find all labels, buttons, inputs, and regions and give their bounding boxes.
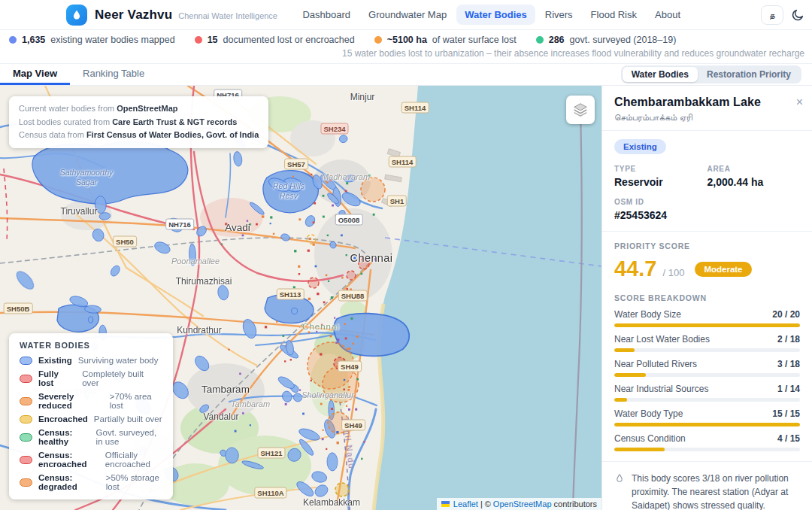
field-type-value: Reservoir bbox=[614, 176, 707, 188]
nav-item-water-bodies[interactable]: Water Bodies bbox=[456, 5, 535, 25]
source-line: Lost bodies curated from Care Earth Trus… bbox=[19, 116, 259, 129]
legend-item-severely-reduced: Severely reduced>70% area lost bbox=[20, 392, 162, 410]
legend-title: WATER BODIES bbox=[20, 341, 162, 350]
breakdown-score: 2 / 18 bbox=[777, 334, 800, 345]
stat-item-2: ~5100 ha of water surface lost bbox=[374, 35, 517, 45]
attribution-separator: | bbox=[480, 499, 483, 508]
breakdown-bar-track bbox=[614, 423, 800, 427]
legend-desc: Govt. surveyed, in use bbox=[96, 428, 162, 446]
stats-note: 15 water bodies lost to urbanization – t… bbox=[9, 48, 806, 59]
stat-dot-icon bbox=[374, 36, 382, 44]
nav-item-rivers[interactable]: Rivers bbox=[537, 5, 581, 25]
legend-swatch bbox=[20, 433, 32, 442]
layers-control-button[interactable] bbox=[566, 96, 595, 124]
field-type: TYPE Reservoir bbox=[614, 165, 707, 188]
legend-label: Census: healthy bbox=[38, 428, 90, 446]
legend-item-fully-lost: Fully lostCompletely built over bbox=[20, 369, 162, 387]
layer-segmented-control: Water BodiesRestoration Priority bbox=[621, 65, 801, 83]
breakdown-name: Water Body Type bbox=[614, 408, 683, 419]
stats-bar: 1,635 existing water bodies mapped15 doc… bbox=[0, 30, 812, 64]
segment-water-bodies[interactable]: Water Bodies bbox=[623, 67, 698, 82]
stat-dot-icon bbox=[9, 36, 17, 44]
leaflet-map[interactable]: Sathyamoorthy SagarRed Hills ResvMinjurT… bbox=[0, 86, 601, 510]
view-tabs: Map ViewRanking Table bbox=[0, 64, 157, 85]
tab-ranking-table[interactable]: Ranking Table bbox=[70, 64, 157, 85]
breakdown-row: Water Body Type15 / 15 bbox=[614, 408, 800, 427]
breakdown-row: Near Industrial Sources1 / 14 bbox=[614, 384, 800, 402]
stat-item-1: 15 documented lost or encroached bbox=[195, 35, 355, 45]
legend-swatch bbox=[20, 415, 32, 423]
app-title: Neer Vazhvu bbox=[95, 8, 172, 23]
breakdown-row: Census Condition4 / 15 bbox=[614, 433, 800, 451]
field-osm-id: OSM ID #25453624 bbox=[614, 198, 800, 221]
data-sources-note: Current water bodies from OpenStreetMapL… bbox=[9, 96, 268, 148]
legend-swatch bbox=[20, 456, 32, 464]
breakdown-bar-fill bbox=[614, 323, 800, 327]
breakdown-name: Near Industrial Sources bbox=[614, 384, 708, 394]
breakdown-line: Near Industrial Sources1 / 14 bbox=[614, 384, 800, 394]
legend-desc: Surviving water body bbox=[78, 356, 159, 365]
stat-dot-icon bbox=[195, 36, 202, 44]
nav-item-flood-risk[interactable]: Flood Risk bbox=[583, 5, 645, 25]
moon-icon bbox=[791, 8, 804, 22]
nav-item-dashboard[interactable]: Dashboard bbox=[294, 5, 359, 25]
divider bbox=[602, 231, 812, 232]
breakdown-line: Near Lost Water Bodies2 / 18 bbox=[614, 334, 800, 345]
legend-item-census-encroached: Census: encroachedOfficially encroached bbox=[20, 451, 162, 469]
segment-restoration-priority[interactable]: Restoration Priority bbox=[698, 67, 800, 82]
field-area-label: AREA bbox=[707, 165, 801, 173]
legend-label: Fully lost bbox=[38, 369, 76, 387]
legend-swatch bbox=[20, 478, 32, 487]
stat-item-0: 1,635 existing water bodies mapped bbox=[9, 35, 175, 45]
legend-desc: Partially built over bbox=[94, 414, 162, 423]
breakdown-bar-fill bbox=[614, 348, 635, 352]
priority-score-value: 44.7 bbox=[614, 257, 656, 281]
score-breakdown-label: SCORE BREAKDOWN bbox=[614, 293, 800, 302]
close-icon[interactable]: × bbox=[796, 96, 803, 108]
breakdown-bar-track bbox=[614, 348, 800, 352]
breakdown-row: Near Polluted Rivers3 / 18 bbox=[614, 359, 800, 377]
breakdown-bar-track bbox=[614, 373, 800, 377]
legend-swatch bbox=[20, 357, 32, 365]
stat-value: 286 bbox=[549, 35, 565, 45]
breakdown-bar-fill bbox=[614, 398, 627, 402]
detail-panel-header: Chembarambakkam Lake செம்பரம்பாக்கம் ஏரி… bbox=[602, 86, 812, 131]
stat-label: existing water bodies mapped bbox=[50, 35, 174, 45]
language-toggle-button[interactable]: த bbox=[761, 5, 783, 25]
detail-panel: Chembarambakkam Lake செம்பரம்பாக்கம் ஏரி… bbox=[601, 86, 812, 510]
priority-score-outof: / 100 bbox=[662, 267, 684, 278]
stat-value: 1,635 bbox=[22, 35, 45, 45]
breakdown-bar-fill bbox=[614, 448, 665, 451]
ukraine-flag-icon bbox=[441, 501, 450, 507]
main-nav: DashboardGroundwater MapWater BodiesRive… bbox=[294, 5, 689, 25]
river-quality-note: This body scores 3/18 on river pollution… bbox=[614, 472, 800, 510]
app-header: Neer Vazhvu Chennai Water Intelligence D… bbox=[0, 0, 812, 30]
score-breakdown-rows: Water Body Size20 / 20Near Lost Water Bo… bbox=[614, 309, 800, 451]
breakdown-score: 15 / 15 bbox=[772, 408, 800, 419]
osm-link[interactable]: OpenStreetMap bbox=[493, 499, 552, 508]
map-attribution: Leaflet | © OpenStreetMap contributors bbox=[437, 498, 601, 510]
tab-bar: Map ViewRanking Table Water BodiesRestor… bbox=[0, 64, 812, 86]
water-drop-icon bbox=[71, 9, 83, 21]
breakdown-row: Water Body Size20 / 20 bbox=[614, 309, 800, 327]
breakdown-line: Water Body Size20 / 20 bbox=[614, 309, 800, 320]
theme-toggle-button[interactable] bbox=[791, 8, 804, 22]
legend-label: Census: encroached bbox=[38, 451, 99, 469]
breakdown-bar-fill bbox=[614, 423, 800, 427]
map-legend: WATER BODIES ExistingSurviving water bod… bbox=[9, 333, 173, 499]
stat-label: of water surface lost bbox=[432, 35, 517, 45]
waterbody-title: Chembarambakkam Lake bbox=[614, 96, 800, 109]
leaflet-link[interactable]: Leaflet bbox=[453, 499, 478, 508]
legend-swatch bbox=[20, 375, 32, 383]
tab-map-view[interactable]: Map View bbox=[0, 64, 70, 85]
nav-item-groundwater-map[interactable]: Groundwater Map bbox=[360, 5, 455, 25]
legend-swatch bbox=[20, 397, 32, 405]
attribution-copyright: © bbox=[485, 499, 491, 508]
field-osm-id-label: OSM ID bbox=[614, 198, 800, 206]
nav-item-about[interactable]: About bbox=[647, 5, 689, 25]
breakdown-row: Near Lost Water Bodies2 / 18 bbox=[614, 334, 800, 352]
legend-label: Encroached bbox=[38, 414, 88, 423]
waterbody-title-tamil: செம்பரம்பாக்கம் ஏரி bbox=[614, 112, 800, 123]
breakdown-line: Census Condition4 / 15 bbox=[614, 433, 800, 444]
field-osm-id-value: #25453624 bbox=[614, 209, 800, 221]
